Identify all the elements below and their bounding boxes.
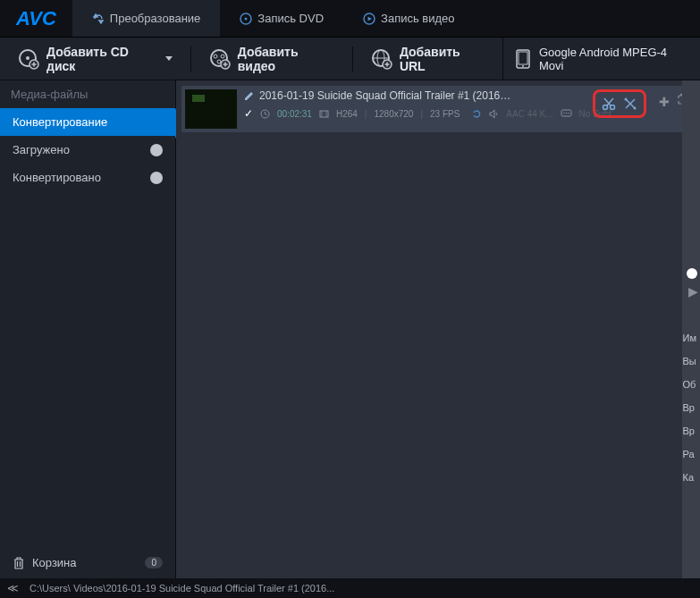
svg-point-23 (603, 105, 608, 110)
sidebar-item-downloaded[interactable]: Загружено (0, 136, 175, 164)
panel-label: Им (679, 331, 700, 345)
output-path: C:\Users\ Videos\2016-01-19 Suicide Squa… (30, 583, 334, 594)
codec-value: H264 (336, 109, 358, 119)
sidebar-item-label: Конвертировано (13, 171, 101, 184)
svg-point-1 (245, 17, 248, 20)
svg-point-24 (611, 105, 615, 110)
svg-point-22 (568, 112, 569, 113)
status-badge (150, 144, 163, 156)
fps-value: 23 FPS (430, 109, 460, 119)
profile-label: Google Android MPEG-4 Movi (539, 46, 687, 72)
add-url-button[interactable]: Добавить URL (360, 39, 495, 79)
app-logo: AVC (0, 0, 72, 37)
right-info-panel: ▶ Им Вы Об Вр Вр Ра Ка (682, 80, 700, 578)
collapse-icon[interactable]: ≪ (7, 582, 19, 594)
disc-add-icon (18, 48, 39, 70)
panel-play-icon[interactable]: ▶ (688, 284, 698, 299)
panel-label: Об (679, 377, 700, 392)
duration-value: 00:02:31 (277, 109, 312, 119)
cut-button[interactable] (599, 94, 619, 114)
file-list: 2016-01-19 Suicide Squad Official Traile… (176, 80, 700, 578)
tab-convert[interactable]: Преобразование (72, 0, 221, 37)
clock-icon (260, 109, 270, 119)
add-cd-button[interactable]: Добавить CD диск (7, 39, 183, 79)
globe-add-icon (371, 48, 392, 70)
disc-icon (240, 13, 252, 25)
film-add-icon (209, 48, 231, 70)
svg-point-21 (565, 112, 566, 113)
panel-handle[interactable] (687, 268, 697, 279)
button-label: Добавить URL (400, 45, 485, 73)
add-item-button[interactable]: ✚ (659, 95, 670, 109)
svg-rect-15 (519, 52, 527, 64)
button-label: Добавить видео (238, 45, 334, 73)
audio-value: AAC 44 K... (506, 109, 552, 119)
pencil-icon[interactable] (244, 91, 254, 101)
trash-count: 0 (145, 557, 163, 569)
divider (190, 46, 191, 72)
main-area: Медиа-файлы Конвертирование Загружено Ко… (0, 80, 700, 578)
tab-dvd[interactable]: Запись DVD (220, 0, 343, 37)
film-icon (319, 109, 329, 119)
panel-labels: Им Вы Об Вр Вр Ра Ка (679, 331, 700, 484)
media-item-row[interactable]: 2016-01-19 Suicide Squad Official Traile… (181, 86, 695, 132)
svg-point-20 (563, 112, 564, 113)
trash-icon (13, 557, 25, 569)
svg-point-7 (214, 55, 217, 58)
svg-point-25 (625, 98, 628, 101)
loop-icon[interactable] (472, 109, 482, 119)
sidebar: Медиа-файлы Конвертирование Загружено Ко… (0, 80, 176, 578)
panel-label: Вр (679, 400, 700, 415)
item-title: 2016-01-19 Suicide Squad Official Traile… (259, 89, 514, 102)
effects-button[interactable] (620, 94, 640, 114)
sidebar-item-label: Загружено (13, 143, 70, 156)
button-label: Добавить CD диск (46, 45, 155, 73)
svg-point-4 (26, 56, 30, 60)
panel-label: Ка (679, 470, 700, 484)
audio-icon[interactable] (489, 109, 499, 119)
chevron-down-icon (165, 56, 173, 61)
svg-point-16 (522, 65, 524, 67)
tab-label: Запись видео (381, 12, 454, 25)
resolution-value: 1280x720 (374, 109, 413, 119)
tab-record[interactable]: Запись видео (343, 0, 474, 37)
toolbar: Добавить CD диск Добавить видео Добавить… (0, 38, 700, 80)
trash-button[interactable]: Корзина 0 (0, 547, 175, 578)
panel-label: Вы (679, 354, 700, 368)
sidebar-item-converting[interactable]: Конвертирование (0, 108, 175, 136)
divider (352, 46, 353, 72)
svg-point-26 (634, 107, 637, 110)
check-icon[interactable]: ✓ (244, 107, 253, 120)
add-video-button[interactable]: Добавить видео (198, 39, 345, 79)
status-badge (150, 172, 163, 184)
output-profile-button[interactable]: Google Android MPEG-4 Movi (502, 38, 700, 80)
panel-label: Вр (679, 424, 700, 438)
edit-tools-highlight (593, 89, 646, 118)
sidebar-item-label: Конвертирование (13, 115, 107, 129)
trash-label: Корзина (32, 556, 77, 569)
tab-label: Преобразование (110, 12, 201, 25)
video-thumbnail[interactable] (185, 89, 237, 129)
convert-icon (92, 13, 105, 25)
play-icon (363, 13, 375, 25)
tab-label: Запись DVD (257, 12, 324, 25)
device-icon (516, 49, 530, 69)
svg-rect-18 (320, 111, 328, 117)
sidebar-item-converted[interactable]: Конвертировано (0, 164, 175, 191)
subtitle-icon[interactable] (561, 109, 572, 119)
panel-label: Ра (679, 447, 700, 461)
svg-point-8 (221, 55, 224, 58)
sidebar-header: Медиа-файлы (0, 80, 175, 108)
top-tabs: AVC Преобразование Запись DVD Запись вид… (0, 0, 700, 38)
status-bar: ≪ C:\Users\ Videos\2016-01-19 Suicide Sq… (0, 578, 700, 598)
svg-point-9 (217, 60, 221, 63)
